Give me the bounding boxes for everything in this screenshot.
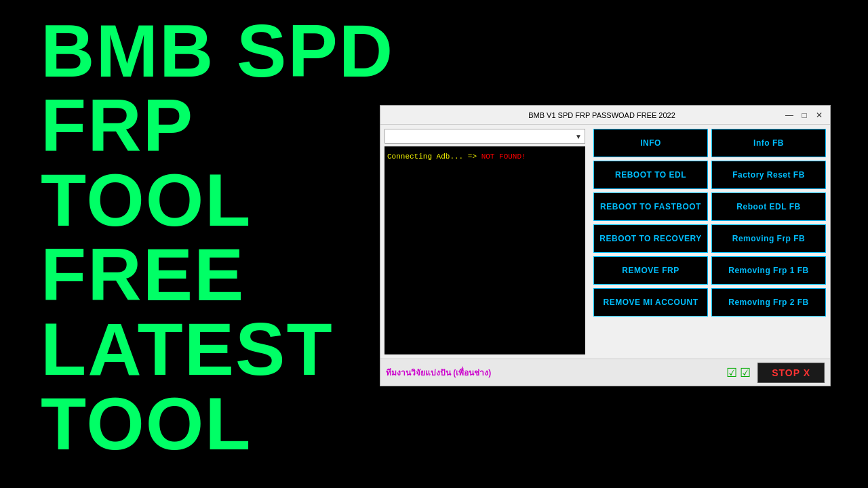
remove-mi-account-button[interactable]: REMOVE MI ACCOUNT [593, 288, 708, 317]
minimize-button[interactable]: — [784, 110, 795, 121]
bg-line-5: LATEST [41, 312, 394, 386]
dropdown-arrow-icon: ▼ [575, 133, 582, 140]
window-statusbar: ทีมงานวิจัยแบ่งปัน (เพื่อนช่าง) ☑ ☑ STOP… [380, 359, 830, 386]
info-button[interactable]: INFO [593, 129, 708, 157]
close-button[interactable]: ✕ [814, 110, 825, 121]
reboot-fastboot-button[interactable]: REBOOT TO FASTBOOT [593, 192, 708, 221]
left-panel: ▼ Connecting Adb... => NOT FOUND! [380, 125, 589, 359]
device-dropdown[interactable]: ▼ [384, 129, 585, 144]
removing-frp-fb-button[interactable]: Removing Frp FB [711, 224, 826, 253]
team-label: ทีมงานวิจัยแบ่งปัน (เพื่อนช่าง) [386, 366, 719, 379]
stop-button[interactable]: STOP X [757, 363, 825, 383]
bg-line-2: FRP [41, 88, 394, 163]
checkbox-1-icon: ☑ [726, 365, 737, 380]
window-controls: — □ ✕ [784, 110, 825, 121]
removing-frp1-fb-button[interactable]: Removing Frp 1 FB [711, 256, 826, 285]
remove-frp-button[interactable]: REMOVE FRP [593, 256, 708, 285]
bg-line-6: TOOL [41, 386, 394, 461]
btn-row-2: REBOOT TO EDL Factory Reset FB [593, 161, 826, 189]
checkbox-section: ☑ ☑ [726, 365, 751, 380]
btn-row-5: REMOVE FRP Removing Frp 1 FB [593, 256, 826, 285]
btn-row-3: REBOOT TO FASTBOOT Reboot EDL FB [593, 192, 826, 221]
reboot-edl-fb-button[interactable]: Reboot EDL FB [711, 192, 826, 221]
reboot-edl-button[interactable]: REBOOT TO EDL [593, 161, 708, 189]
info-fb-button[interactable]: Info FB [711, 129, 826, 157]
right-panel: INFO Info FB REBOOT TO EDL Factory Reset… [589, 125, 830, 359]
bg-line-4: FREE [41, 237, 394, 312]
btn-row-4: REBOOT TO RECOVERY Removing Frp FB [593, 224, 826, 253]
reboot-recovery-button[interactable]: REBOOT TO RECOVERY [593, 224, 708, 253]
connecting-text: Connecting Adb... => [387, 152, 481, 161]
console-output: Connecting Adb... => NOT FOUND! [384, 146, 585, 354]
window-title: BMB V1 SPD FRP PASSWOAD FREE 2022 [420, 111, 784, 119]
removing-frp2-fb-button[interactable]: Removing Frp 2 FB [711, 288, 826, 317]
window-body: ▼ Connecting Adb... => NOT FOUND! INFO I… [380, 125, 830, 359]
background-title: BMB SPD FRP TOOL FREE LATEST TOOL [41, 14, 394, 461]
bg-line-1: BMB SPD [41, 14, 394, 88]
btn-row-6: REMOVE MI ACCOUNT Removing Frp 2 FB [593, 288, 826, 317]
not-found-text: NOT FOUND! [481, 152, 526, 161]
btn-row-1: INFO Info FB [593, 129, 826, 157]
checkbox-2-icon: ☑ [740, 365, 751, 380]
bg-line-3: TOOL [41, 163, 394, 237]
factory-reset-fb-button[interactable]: Factory Reset FB [711, 161, 826, 189]
maximize-button[interactable]: □ [799, 110, 810, 121]
window-titlebar: BMB V1 SPD FRP PASSWOAD FREE 2022 — □ ✕ [380, 106, 830, 125]
main-window: BMB V1 SPD FRP PASSWOAD FREE 2022 — □ ✕ … [380, 105, 831, 386]
